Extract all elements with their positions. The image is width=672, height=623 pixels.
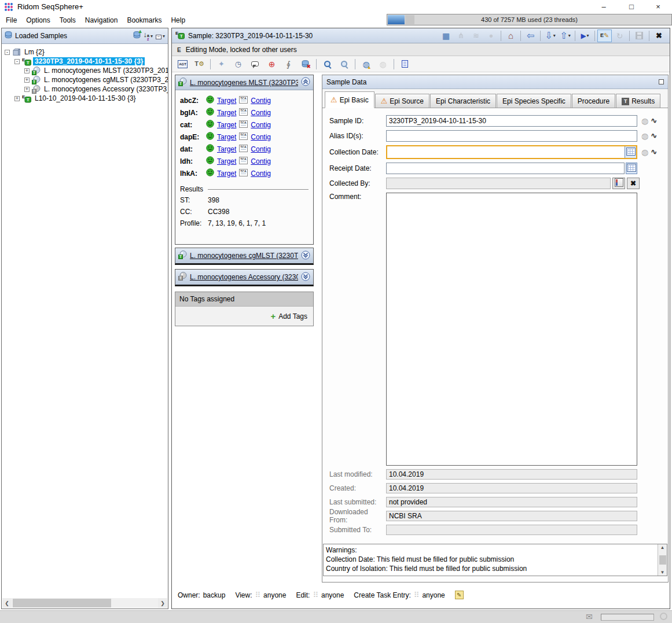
target-link[interactable]: Target [217, 97, 236, 105]
tree-item[interactable]: -ET3230TP3_2019-04-10-11-15-30 {3} [2, 57, 168, 66]
expand-chevron-icon[interactable] [301, 250, 310, 261]
calendar-button[interactable] [625, 146, 636, 158]
close-icon[interactable]: ✖ [652, 30, 666, 42]
expand-expander[interactable]: + [14, 96, 20, 101]
comparison-icon[interactable]: ≋ [469, 30, 483, 42]
store-samples-button[interactable]: ▲ [133, 31, 141, 40]
expand-chevron-icon[interactable] [301, 272, 310, 283]
collapsed-panel-title[interactable]: L. monocytogenes Accessory (3230... [190, 273, 298, 281]
alias-id-input[interactable] [386, 130, 637, 142]
tree-item[interactable]: +ETL10-10_2019-04-10-11-15-30 {3} [2, 94, 168, 103]
tree-view-icon[interactable]: ⋔ [454, 30, 468, 42]
circle-icon[interactable]: ● [484, 30, 498, 42]
home-icon[interactable]: ⌂ [504, 30, 518, 42]
calendar-button[interactable] [626, 163, 637, 174]
edit-mode-icon[interactable]: E✎ [597, 30, 612, 42]
contig-link[interactable]: Contig [251, 145, 271, 153]
up-arrow-icon[interactable]: ⇧▾ [558, 30, 572, 42]
collapsed-panel-title[interactable]: L. monocytogenes cgMLST (3230TP3... [190, 252, 298, 260]
contig-link[interactable]: Contig [251, 157, 271, 165]
tree-item-label[interactable]: 3230TP3_2019-04-10-11-15-30 {3} [33, 57, 145, 65]
globe-upload-icon[interactable]: ◍▲ [358, 57, 374, 71]
collapse-expander[interactable]: - [5, 50, 10, 55]
tab-results[interactable]: TResults [616, 94, 660, 108]
contig-link[interactable]: Contig [251, 169, 271, 178]
tree-item-label[interactable]: L. monocytogenes Accessory (3230TP3_20 [42, 85, 168, 93]
address-book-button[interactable] [612, 178, 625, 189]
tree-item[interactable]: +TL. monocytogenes Accessory (3230TP3_20 [2, 84, 168, 94]
contig-link[interactable]: Contig [251, 121, 271, 129]
tab-epi-source[interactable]: ⚠Epi Source [375, 94, 429, 108]
tree-item-label[interactable]: L10-10_2019-04-10-11-15-30 {3} [33, 94, 138, 102]
contig-link[interactable]: Contig [251, 97, 271, 105]
tree-item[interactable]: +TL. monocytogenes MLST (3230TP3_2019-04 [2, 66, 168, 75]
mlst-panel-title[interactable]: L. monocytogenes MLST (3230TP3_2... [190, 79, 298, 87]
add-tags-button[interactable]: Add Tags [278, 312, 307, 320]
menu-help[interactable]: Help [166, 14, 190, 26]
scroll-thumb[interactable] [659, 555, 666, 565]
tree-item[interactable]: +TL. monocytogenes cgMLST (3230TP3_2019- [2, 75, 168, 84]
tree-item-label[interactable]: L. monocytogenes MLST (3230TP3_2019-04 [42, 67, 168, 75]
tree-item[interactable]: -Lm {2} [2, 47, 168, 57]
receipt-date-input[interactable] [386, 163, 625, 174]
target-link[interactable]: Target [217, 145, 236, 153]
target-scan-icon[interactable]: ⊕ [264, 57, 280, 71]
refresh-icon[interactable]: ↻ [612, 30, 627, 42]
target-link[interactable]: Target [217, 121, 236, 129]
tree-item-label[interactable]: L. monocytogenes cgMLST (3230TP3_2019- [42, 76, 168, 84]
dropdown-caret-icon[interactable]: ▾ [553, 33, 556, 38]
db-delete-icon[interactable]: ✖ [298, 57, 313, 71]
tree-item-label[interactable]: Lm {2} [23, 48, 46, 56]
collapse-chevron-icon[interactable] [301, 77, 310, 88]
tab-epi-characteristic[interactable]: Epi Characteristic [430, 94, 496, 108]
comment-icon[interactable] [247, 57, 263, 71]
menu-tools[interactable]: Tools [55, 14, 80, 26]
collection-date-input[interactable] [387, 147, 625, 157]
attachment-icon[interactable]: ∮ [281, 57, 296, 71]
scroll-left-arrow[interactable]: ❮ [2, 598, 12, 608]
scroll-up-arrow[interactable]: ▲ [660, 545, 665, 550]
expand-expander[interactable]: + [24, 87, 30, 92]
submission-icon[interactable] [397, 57, 413, 71]
task-template-icon[interactable]: T⚙ [192, 57, 207, 71]
collected-by-input[interactable] [386, 178, 611, 189]
menu-bookmarks[interactable]: Bookmarks [122, 14, 166, 26]
down-arrow-icon[interactable]: ⇩▾ [543, 30, 557, 42]
save-icon[interactable] [632, 30, 647, 42]
new-analysis-icon[interactable]: ✦ [214, 57, 229, 71]
collapse-expander[interactable]: - [14, 59, 20, 64]
menu-options[interactable]: Options [21, 14, 54, 26]
menu-navigation[interactable]: Navigation [80, 14, 123, 26]
sort-button[interactable]: ↓az▾ [144, 31, 153, 41]
tab-epi-species-specific[interactable]: Epi Species Specific [497, 94, 571, 108]
target-link[interactable]: Target [217, 169, 236, 178]
warnings-scrollbar[interactable]: ▲ ▼ [658, 544, 667, 576]
dropdown-caret-icon[interactable]: ▾ [587, 33, 589, 38]
globe-disabled-icon[interactable]: ◍ [375, 57, 391, 71]
tab-epi-basic[interactable]: ⚠Epi Basic [325, 91, 374, 108]
db-search-light-icon[interactable] [336, 57, 352, 71]
clear-button[interactable]: ✖ [627, 178, 640, 189]
maximize-button[interactable]: □ [619, 0, 644, 13]
sample-id-input[interactable] [386, 115, 637, 127]
maximize-panel-icon[interactable] [659, 79, 664, 84]
jump-icon[interactable]: ▶▾ [578, 30, 592, 42]
menu-file[interactable]: File [1, 14, 21, 26]
expand-expander[interactable]: + [24, 78, 30, 83]
scroll-right-arrow[interactable]: ❯ [158, 598, 167, 608]
pending-tasks-icon[interactable]: ◷ [230, 57, 246, 71]
collapse-all-button[interactable]: −▾ [156, 32, 165, 40]
db-search-icon[interactable] [320, 57, 335, 71]
tab-procedure[interactable]: Procedure [572, 94, 615, 108]
target-link[interactable]: Target [217, 109, 236, 117]
target-link[interactable]: Target [217, 157, 236, 165]
horizontal-scrollbar[interactable]: ❮ ❯ [2, 598, 167, 608]
edit-permissions-button[interactable]: ✎ [455, 591, 464, 599]
dropdown-caret-icon[interactable]: ▾ [568, 33, 571, 38]
target-link[interactable]: Target [217, 133, 236, 141]
contig-link[interactable]: Contig [251, 109, 271, 117]
contig-link[interactable]: Contig [251, 133, 271, 141]
expand-expander[interactable]: + [24, 68, 30, 73]
agt-export-icon[interactable]: AGT [175, 57, 190, 71]
close-button[interactable]: × [645, 0, 671, 13]
